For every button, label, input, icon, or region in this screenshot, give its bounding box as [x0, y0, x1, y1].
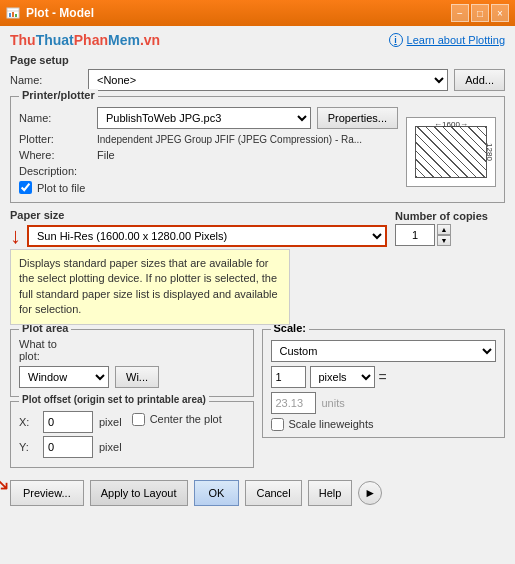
what-to-plot-label: What to plot:	[19, 338, 74, 362]
scale-group: Scale: Custom pixels = units	[262, 329, 506, 438]
copies-down-button[interactable]: ▼	[437, 235, 451, 246]
what-to-plot-select[interactable]: Window	[19, 366, 109, 388]
equals-sign: =	[379, 369, 387, 385]
learn-link-text: Learn about Plotting	[407, 34, 505, 46]
preview-width-label: ←1600→	[434, 120, 468, 129]
maximize-button[interactable]: □	[471, 4, 489, 22]
plot-to-file-label: Plot to file	[37, 182, 85, 194]
scale-lineweights-checkbox[interactable]	[271, 418, 284, 431]
copies-up-button[interactable]: ▲	[437, 224, 451, 235]
copies-section: Number of copies ▲ ▼	[395, 210, 505, 246]
plot-area-group: Plot area What to plot: Window Wi...	[10, 329, 254, 397]
bottom-section: Plot area What to plot: Window Wi... Plo…	[10, 329, 505, 474]
x-label: X:	[19, 416, 37, 428]
copies-spinner: ▲ ▼	[437, 224, 451, 246]
dialog-title: Plot - Model	[26, 6, 94, 20]
svg-rect-4	[15, 14, 17, 17]
y-offset-input[interactable]	[43, 436, 93, 458]
paper-preview-container: ←1600→ 1280	[406, 107, 496, 196]
copies-input[interactable]	[395, 224, 435, 246]
page-setup-label: Page setup	[10, 54, 505, 66]
hatch-pattern	[416, 127, 486, 177]
cancel-button[interactable]: Cancel	[245, 480, 301, 506]
help-button[interactable]: Help	[308, 480, 353, 506]
paper-size-arrow: ↓	[10, 225, 21, 247]
scale-lineweights-label: Scale lineweights	[289, 418, 374, 430]
y-label: Y:	[19, 441, 37, 453]
page-setup-section: Page setup Name: <None> Add...	[10, 54, 505, 91]
svg-rect-2	[9, 13, 11, 17]
printer-details: Name: PublishToWeb JPG.pc3 Properties...…	[19, 107, 398, 196]
center-plot-label: Center the plot	[150, 413, 222, 425]
description-label: Description:	[19, 165, 91, 177]
plot-to-file-checkbox[interactable]	[19, 181, 32, 194]
scale-ratio-row: pixels =	[271, 366, 497, 388]
printer-plotter-group: Printer/plotter Name: PublishToWeb JPG.p…	[10, 96, 505, 203]
top-bar: ThuThuatPhanMem.vn i Learn about Plottin…	[10, 32, 505, 48]
scale-pixels-input[interactable]	[271, 366, 306, 388]
scale-units-input[interactable]	[271, 392, 316, 414]
window-controls: − □ ×	[451, 4, 509, 22]
preview-button[interactable]: Preview...	[10, 480, 84, 506]
plot-offset-label: Plot offset (origin set to printable are…	[19, 394, 209, 405]
copies-label: Number of copies	[395, 210, 488, 222]
learn-about-plotting-link[interactable]: i Learn about Plotting	[389, 33, 505, 47]
ok-button[interactable]: OK	[194, 480, 240, 506]
apply-to-layout-button[interactable]: Apply to Layout	[90, 480, 188, 506]
window-button[interactable]: Wi...	[115, 366, 159, 388]
where-label: Where:	[19, 149, 91, 161]
add-button[interactable]: Add...	[454, 69, 505, 91]
printer-name-label: Name:	[19, 112, 91, 124]
printer-name-select[interactable]: PublishToWeb JPG.pc3	[97, 107, 311, 129]
plot-offset-group: Plot offset (origin set to printable are…	[10, 401, 254, 468]
minimize-button[interactable]: −	[451, 4, 469, 22]
plotter-value: Independent JPEG Group JFIF (JPEG Compre…	[97, 134, 362, 145]
plotter-label: Plotter:	[19, 133, 91, 145]
watermark: ThuThuatPhanMem.vn	[10, 32, 160, 48]
x-unit: pixel	[99, 416, 122, 428]
scale-lineweights-row: Scale lineweights	[271, 418, 497, 431]
scale-unit-select[interactable]: pixels	[310, 366, 375, 388]
left-column: Plot area What to plot: Window Wi... Plo…	[10, 329, 254, 474]
paper-size-section: Paper size ↓ Sun Hi-Res (1600.00 x 1280.…	[10, 209, 505, 325]
preview-arrow: ↘	[0, 470, 10, 496]
offset-fields: X: pixel Y: pixel Center the plot	[19, 411, 245, 462]
paper-size-tooltip: Displays standard paper sizes that are a…	[10, 249, 290, 325]
paper-preview: ←1600→ 1280	[406, 117, 496, 187]
paper-size-left: Paper size ↓ Sun Hi-Res (1600.00 x 1280.…	[10, 209, 387, 247]
x-offset-input[interactable]	[43, 411, 93, 433]
where-value: File	[97, 149, 115, 161]
title-bar: Plot - Model − □ ×	[0, 0, 515, 26]
bottom-buttons: ↘ Preview... Apply to Layout OK Cancel H…	[10, 480, 505, 506]
paper-size-label: Paper size	[10, 209, 387, 221]
page-setup-name-select[interactable]: <None>	[88, 69, 448, 91]
navigate-button[interactable]: ►	[358, 481, 382, 505]
center-plot-checkbox[interactable]	[132, 413, 145, 426]
plot-icon	[6, 6, 20, 20]
preview-container: ↘ Preview...	[10, 480, 84, 506]
scale-controls: Custom pixels = units	[271, 340, 497, 431]
info-icon: i	[389, 33, 403, 47]
tooltip-text: Displays standard paper sizes that are a…	[19, 257, 278, 315]
preview-inner	[415, 126, 487, 178]
right-column: Scale: Custom pixels = units	[262, 329, 506, 474]
scale-units-label: units	[322, 397, 345, 409]
center-plot-row: Center the plot	[132, 413, 222, 460]
scale-select[interactable]: Custom	[271, 340, 497, 362]
offset-xy: X: pixel Y: pixel	[19, 411, 122, 462]
svg-rect-3	[12, 12, 14, 17]
name-label: Name:	[10, 74, 82, 86]
y-unit: pixel	[99, 441, 122, 453]
paper-size-select[interactable]: Sun Hi-Res (1600.00 x 1280.00 Pixels)	[27, 225, 387, 247]
close-button[interactable]: ×	[491, 4, 509, 22]
preview-height-label: 1280	[485, 143, 494, 161]
properties-button[interactable]: Properties...	[317, 107, 398, 129]
printer-plotter-label: Printer/plotter	[19, 89, 98, 101]
dialog-body: ThuThuatPhanMem.vn i Learn about Plottin…	[0, 26, 515, 564]
